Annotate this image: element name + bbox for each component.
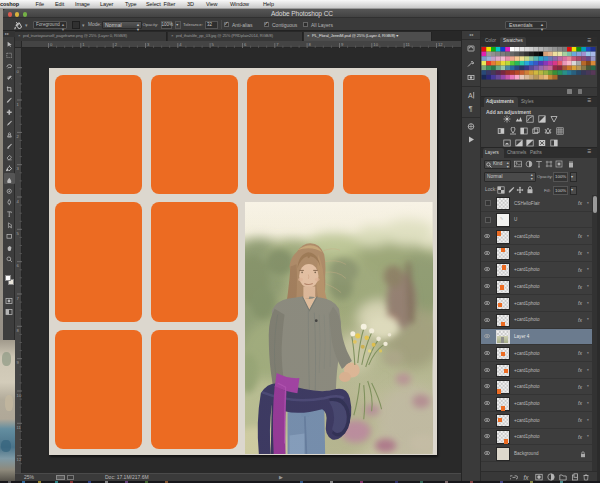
svg-text:¶: ¶ bbox=[469, 104, 473, 113]
svg-text:A: A bbox=[468, 92, 473, 99]
svg-text:fx: fx bbox=[524, 473, 530, 480]
